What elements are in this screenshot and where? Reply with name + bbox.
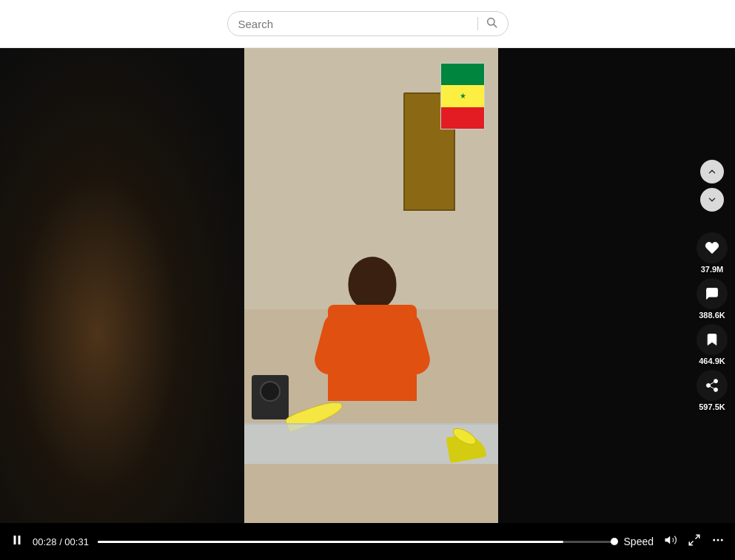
svg-marker-9 (665, 536, 671, 544)
bookmark-count: 464.9K (699, 357, 725, 365)
comment-count: 388.6K (699, 311, 725, 320)
person-body (328, 305, 417, 401)
share-button[interactable]: 597.5K (697, 370, 728, 411)
video-area[interactable]: ★ (0, 48, 735, 523)
flag-yellow: ★ (441, 85, 484, 107)
svg-point-3 (707, 384, 711, 388)
svg-line-5 (710, 386, 714, 388)
svg-point-12 (713, 539, 715, 542)
main-video-area: ★ (0, 48, 735, 560)
svg-point-13 (717, 539, 719, 542)
time-display: 00:28 / 00:31 (33, 536, 89, 547)
comment-button[interactable]: 388.6K (697, 278, 728, 320)
bookmark-icon (697, 324, 728, 355)
prev-video-button[interactable] (700, 160, 724, 183)
video-frame: ★ (244, 48, 500, 523)
svg-point-4 (714, 388, 718, 391)
flag-star: ★ (460, 92, 466, 100)
next-video-button[interactable] (700, 188, 724, 212)
progress-fill (98, 541, 563, 543)
stereo-speaker (260, 381, 281, 402)
stereo (252, 375, 289, 419)
svg-point-2 (714, 379, 718, 383)
svg-line-6 (710, 382, 714, 384)
like-button[interactable]: 37.9M (697, 232, 728, 274)
share-count: 597.5K (699, 402, 725, 411)
svg-line-11 (689, 542, 693, 545)
more-options-button[interactable] (711, 533, 725, 550)
banana-table (448, 423, 489, 460)
scene: ★ (244, 48, 500, 523)
search-divider (477, 17, 478, 30)
comment-icon (697, 278, 728, 309)
svg-line-10 (696, 535, 699, 539)
progress-dot (611, 538, 618, 545)
controls-bar: 00:28 / 00:31 Speed (0, 523, 735, 560)
like-count: 37.9M (701, 265, 724, 274)
video-bg-left (0, 48, 244, 523)
flag-red (441, 107, 484, 129)
svg-point-14 (721, 539, 723, 542)
bookmark-button[interactable]: 464.9K (697, 324, 728, 365)
search-input[interactable] (238, 18, 470, 30)
svg-line-1 (494, 24, 497, 27)
speed-button[interactable]: Speed (624, 536, 654, 547)
person-head (348, 257, 396, 310)
pause-button[interactable] (10, 533, 24, 550)
side-controls: 37.9M 388.6K 464.9K (697, 160, 728, 411)
flag: ★ (440, 63, 485, 129)
search-bar (227, 11, 509, 36)
progress-bar[interactable] (98, 541, 615, 543)
search-icon[interactable] (486, 16, 497, 31)
share-icon (697, 370, 728, 401)
header (0, 0, 735, 48)
flag-green (441, 64, 484, 85)
fullscreen-button[interactable] (688, 533, 701, 550)
volume-button[interactable] (664, 533, 677, 550)
svg-rect-7 (14, 536, 16, 544)
heart-icon (697, 232, 728, 263)
svg-rect-8 (19, 536, 21, 544)
right-controls: Speed (624, 533, 725, 550)
